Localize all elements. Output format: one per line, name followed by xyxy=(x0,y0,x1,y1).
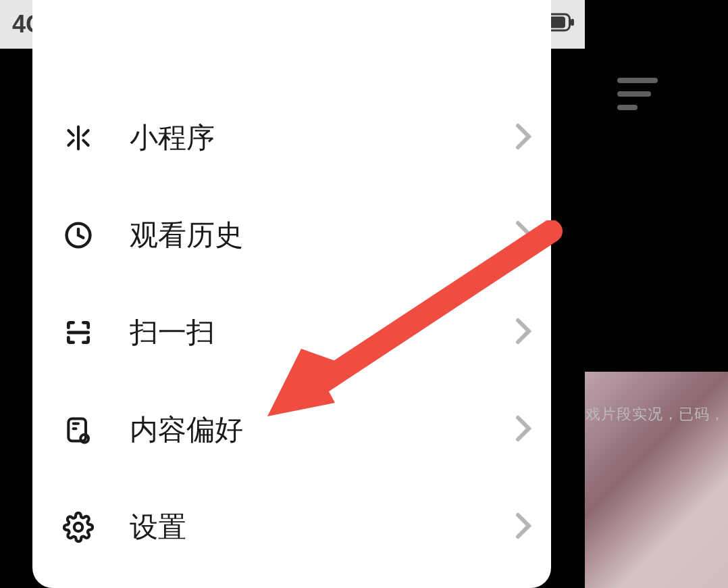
svg-line-6 xyxy=(68,130,73,135)
gear-icon xyxy=(58,512,99,543)
preference-icon xyxy=(58,415,99,445)
chevron-right-icon xyxy=(515,318,532,347)
menu-item-content-preference[interactable]: 内容偏好 xyxy=(58,381,532,479)
svg-point-16 xyxy=(74,523,82,531)
svg-line-7 xyxy=(83,130,88,135)
chevron-right-icon xyxy=(515,512,532,542)
side-drawer: 小程序 观看历史 xyxy=(32,0,551,588)
clock-icon xyxy=(58,220,99,250)
drawer-toggle-button[interactable] xyxy=(617,78,662,112)
screen: 戏片段实况，已码， 4G 0.4K/s 02:33 HD 89% xyxy=(0,0,728,588)
svg-line-8 xyxy=(68,141,73,145)
menu-list: 小程序 观看历史 xyxy=(32,49,551,576)
scan-icon xyxy=(58,318,99,347)
chevron-right-icon xyxy=(515,415,532,445)
menu-item-label: 设置 xyxy=(130,508,515,546)
menu-item-label: 内容偏好 xyxy=(130,411,515,449)
menu-item-label: 小程序 xyxy=(130,119,515,157)
menu-item-label: 观看历史 xyxy=(130,216,515,254)
menu-item-history[interactable]: 观看历史 xyxy=(58,187,532,284)
video-caption: 戏片段实况，已码， xyxy=(586,404,725,424)
menu-item-label: 扫一扫 xyxy=(130,314,515,351)
chevron-right-icon xyxy=(515,123,532,153)
svg-line-9 xyxy=(83,141,88,145)
svg-rect-12 xyxy=(68,419,86,441)
menu-item-miniprogram[interactable]: 小程序 xyxy=(58,89,532,187)
menu-item-scan[interactable]: 扫一扫 xyxy=(58,284,532,381)
miniprogram-icon xyxy=(58,123,99,153)
chevron-right-icon xyxy=(515,220,532,250)
menu-item-settings[interactable]: 设置 xyxy=(58,479,532,576)
